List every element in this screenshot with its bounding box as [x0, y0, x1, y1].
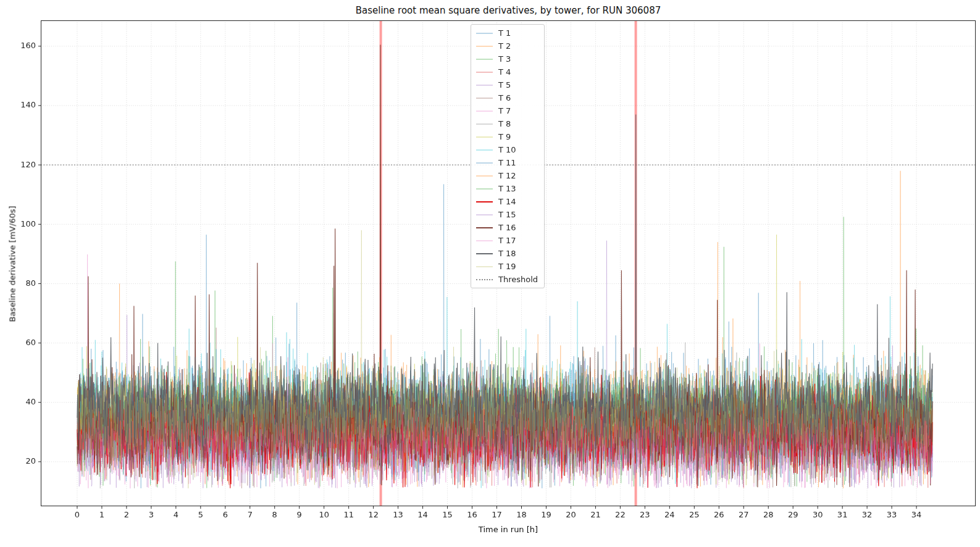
- legend-line-icon: [476, 188, 493, 190]
- legend-line-icon: [476, 59, 493, 60]
- legend-item-label: T 6: [498, 93, 511, 102]
- legend-item-label: T 8: [498, 119, 511, 128]
- legend: T 1T 2T 3T 4T 5T 6T 7T 8T 9T 10T 11T 12T…: [471, 24, 545, 288]
- legend-item: T 3: [476, 52, 538, 65]
- legend-item: T 5: [476, 78, 538, 91]
- legend-threshold-line-icon: [476, 279, 493, 280]
- legend-line-icon: [476, 136, 493, 138]
- legend-item: T 1: [476, 27, 538, 40]
- legend-item: T 16: [476, 221, 538, 234]
- legend-item-label: T 15: [498, 210, 516, 219]
- legend-item: T 4: [476, 65, 538, 78]
- legend-line-icon: [476, 149, 493, 151]
- figure: Baseline root mean square derivatives, b…: [0, 0, 980, 547]
- legend-item-label: T 10: [498, 145, 516, 154]
- legend-item: T 11: [476, 156, 538, 169]
- legend-item-label: T 13: [498, 184, 516, 193]
- legend-item: T 2: [476, 40, 538, 52]
- legend-item-label: T 19: [498, 262, 516, 271]
- legend-item: Threshold: [476, 273, 538, 286]
- legend-item-label: T 2: [498, 41, 511, 51]
- legend-item: T 17: [476, 234, 538, 247]
- legend-item-label: T 3: [498, 54, 511, 64]
- legend-item-label: T 12: [498, 171, 516, 180]
- legend-item-label: T 11: [498, 158, 516, 167]
- legend-line-icon: [476, 201, 493, 203]
- legend-item: T 15: [476, 208, 538, 221]
- legend-line-icon: [476, 266, 493, 267]
- legend-item-label: T 14: [498, 197, 516, 206]
- legend-line-icon: [476, 33, 493, 34]
- legend-line-icon: [476, 46, 493, 47]
- legend-item: T 6: [476, 91, 538, 104]
- legend-item: T 8: [476, 117, 538, 130]
- legend-line-icon: [476, 123, 493, 125]
- legend-item-label: T 4: [498, 67, 511, 77]
- legend-line-icon: [476, 253, 493, 254]
- legend-item-label: T 9: [498, 132, 511, 141]
- legend-line-icon: [476, 98, 493, 99]
- legend-item: T 13: [476, 182, 538, 195]
- legend-line-icon: [476, 240, 493, 241]
- x-axis-label: Time in run [h]: [41, 525, 976, 534]
- legend-line-icon: [476, 72, 493, 73]
- legend-item: T 9: [476, 130, 538, 143]
- legend-item: T 18: [476, 247, 538, 260]
- legend-line-icon: [476, 111, 493, 112]
- legend-item-label: T 18: [498, 249, 516, 258]
- legend-item: T 7: [476, 104, 538, 117]
- legend-item-label: T 17: [498, 236, 516, 245]
- legend-item: T 19: [476, 260, 538, 273]
- legend-item: T 12: [476, 169, 538, 182]
- legend-line-icon: [476, 227, 493, 228]
- legend-line-icon: [476, 214, 493, 215]
- legend-item-label: T 7: [498, 106, 511, 115]
- legend-line-icon: [476, 85, 493, 86]
- legend-item: T 10: [476, 143, 538, 156]
- legend-item-label: T 1: [498, 28, 511, 38]
- legend-item-label: Threshold: [498, 275, 538, 284]
- legend-line-icon: [476, 175, 493, 177]
- legend-item: T 14: [476, 195, 538, 208]
- legend-line-icon: [476, 162, 493, 164]
- legend-item-label: T 5: [498, 80, 511, 90]
- legend-item-label: T 16: [498, 223, 516, 232]
- y-axis-label: Baseline derivative [mV/60s]: [8, 190, 17, 338]
